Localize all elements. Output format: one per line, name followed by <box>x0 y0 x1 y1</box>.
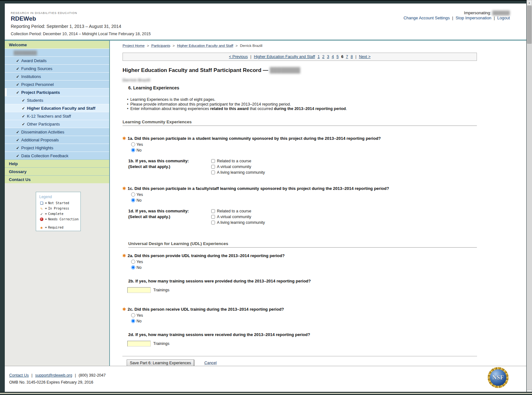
checkbox-input[interactable] <box>211 215 215 219</box>
sidebar-item-glossary[interactable]: Glossary <box>5 167 109 175</box>
page-link-4[interactable]: 4 <box>332 55 334 59</box>
sidebar-item-welcome[interactable]: Welcome <box>5 41 109 49</box>
question-text: 2a. Did this person provide UDL training… <box>128 253 285 258</box>
trainings-unit-label: Trainings <box>153 288 169 292</box>
radio-2a-yes[interactable]: Yes <box>131 259 477 265</box>
radio-input-no[interactable] <box>131 319 135 323</box>
sidebar-item-project-highlights[interactable]: ✓Project Highlights <box>5 144 109 152</box>
radio-2c-yes[interactable]: Yes <box>131 313 477 318</box>
required-asterisk-icon: ✱ <box>123 186 126 191</box>
sidebar-item-students[interactable]: ✓Students <box>5 96 109 104</box>
radio-input-no[interactable] <box>131 198 135 202</box>
radio-1c-yes[interactable]: Yes <box>131 192 477 197</box>
section-header-udl: Universal Design for Learning (UDL) Expe… <box>128 241 477 246</box>
radio-input-yes[interactable] <box>131 142 135 146</box>
breadcrumb-separator: > <box>236 44 238 48</box>
radio-1a-yes[interactable]: Yes <box>131 142 477 147</box>
status-legend: Legend = Not Started ✎ = In Progress ✓ =… <box>36 192 81 231</box>
pagination-section-link[interactable]: Higher Education Faculty and Staff <box>254 55 315 59</box>
sidebar-item-label: Help <box>9 161 18 166</box>
sidebar-item-dissemination-activities[interactable]: ✓Dissemination Activities <box>5 128 109 136</box>
page-header: RESEARCH IN DISABILITIES EDUCATION RDEWe… <box>5 3 526 40</box>
checkbox-1d-course[interactable]: Related to a course <box>211 208 265 214</box>
checkbox-input[interactable] <box>211 221 215 224</box>
radio-label: No <box>136 319 142 323</box>
page-footer: Contact Us | support@rdeweb.org | (800) … <box>5 366 526 392</box>
scrollbar-thumb[interactable] <box>527 6 532 44</box>
radio-1c-no[interactable]: No <box>131 197 477 203</box>
scroll-up-button[interactable]: ▲ <box>527 0 532 5</box>
footer-contact-us-link[interactable]: Contact Us <box>9 373 29 378</box>
legend-row-required: ✱ = Required <box>39 225 80 230</box>
question-hint: (Select all that apply.) <box>128 164 211 170</box>
breadcrumb-project-home[interactable]: Project Home <box>123 44 145 48</box>
sidebar-item-institutions[interactable]: ✓Institutions <box>5 72 109 80</box>
question-1a: ✱1a. Did this person participate in a st… <box>123 136 477 141</box>
page-link-2[interactable]: 2 <box>322 55 325 59</box>
equals-sign: = <box>44 212 48 216</box>
previous-page-link[interactable]: < Previous <box>229 55 248 59</box>
complete-check-icon: ✓ <box>22 106 25 111</box>
checkbox-input[interactable] <box>211 159 215 163</box>
sidebar-item-additional-proposals[interactable]: ✓Additional Proposals <box>5 136 109 144</box>
question-1c: ✱1c. Did this person participate in a fa… <box>123 186 477 191</box>
radio-1a-no[interactable]: No <box>131 147 477 153</box>
radio-2c-no[interactable]: No <box>131 318 477 324</box>
radio-input-yes[interactable] <box>131 192 135 197</box>
sidebar-item-higher-education-faculty-and-staff[interactable]: ✓Higher Education Faculty and Staff <box>5 104 109 112</box>
breadcrumb-participants[interactable]: Participants <box>151 44 170 48</box>
trainings-received-input[interactable] <box>127 341 151 346</box>
checkbox-1b-course[interactable]: Related to a course <box>211 158 265 164</box>
checkbox-1d-virtual[interactable]: A virtual community <box>211 214 265 220</box>
vertical-scrollbar[interactable]: ▲ ▼ <box>527 0 532 395</box>
checkbox-label: Related to a course <box>217 159 251 163</box>
impersonating-label: Impersonating: <box>464 10 491 15</box>
change-account-settings-link[interactable]: Change Account Settings <box>403 16 450 20</box>
sidebar-item-data-collection-feedback[interactable]: ✓Data Collection Feedback <box>5 152 109 159</box>
window-bottom-strip <box>0 393 532 394</box>
sidebar-item-label: Students <box>27 98 43 103</box>
sidebar-item-project-participants[interactable]: ✓Project Participants <box>5 88 109 96</box>
sidebar-item-other-participants[interactable]: ✓Other Participants <box>5 120 109 128</box>
checkbox-input[interactable] <box>211 165 215 169</box>
breadcrumb-section[interactable]: Higher Education Faculty and Staff <box>177 44 233 48</box>
radio-2a-no[interactable]: No <box>131 265 477 270</box>
sidebar-item-contact-us[interactable]: Contact Us <box>5 175 109 183</box>
radio-input-no[interactable] <box>131 265 135 269</box>
page-link-1[interactable]: 1 <box>318 55 320 59</box>
instruction-text: that occurred <box>249 107 274 111</box>
page-link-5[interactable]: 5 <box>336 55 339 59</box>
checkbox-1b-living[interactable]: A living learning community <box>211 170 265 175</box>
sidebar-item-help[interactable]: Help <box>5 159 109 167</box>
checkbox-1b-virtual[interactable]: A virtual community <box>211 164 265 170</box>
sidebar-item-project-personnel[interactable]: ✓Project Personnel <box>5 80 109 88</box>
sidebar-item-k12-teachers-and-staff[interactable]: ✓K-12 Teachers and Staff <box>5 112 109 120</box>
next-page-link[interactable]: Next > <box>359 55 370 59</box>
page-link-7[interactable]: 7 <box>346 55 348 59</box>
legend-row-in-progress: ✎ = In Progress <box>39 206 80 211</box>
page-link-8[interactable]: 8 <box>351 55 353 59</box>
sidebar-item-funding-sources[interactable]: ✓Funding Sources <box>5 64 109 72</box>
sidebar-item-award-details[interactable]: ✓Award Details <box>5 56 109 64</box>
radio-input-yes[interactable] <box>131 260 135 264</box>
impersonating-line: Impersonating: ██████ <box>464 10 510 15</box>
trainings-provided-input[interactable] <box>127 287 151 293</box>
question-2b: 2b. If yes, how many training sessions w… <box>128 279 477 283</box>
legend-row-needs-correction: ✗ = Needs Correction <box>39 217 80 222</box>
stop-impersonation-link[interactable]: Stop Impersonation <box>456 16 491 20</box>
cancel-link[interactable]: Cancel <box>204 361 217 365</box>
pencil-icon: ✎ <box>39 206 44 211</box>
sidebar-award-number[interactable]: ████████ <box>5 49 109 56</box>
footer-contact-line: Contact Us | support@rdeweb.org | (800) … <box>9 373 106 378</box>
radio-input-yes[interactable] <box>131 313 135 317</box>
save-part-6-button[interactable]: Save Part 6: Learning Experiences <box>127 359 194 366</box>
page-link-3[interactable]: 3 <box>327 55 329 59</box>
footer-email-link[interactable]: support@rdeweb.org <box>35 373 72 378</box>
breadcrumb-separator: > <box>147 44 149 48</box>
logout-link[interactable]: Logout <box>497 16 510 20</box>
radio-input-no[interactable] <box>131 148 135 152</box>
checkbox-1d-living[interactable]: A living learning community <box>211 220 265 225</box>
checkbox-input[interactable] <box>211 209 215 213</box>
required-asterisk-icon: ✱ <box>123 253 126 258</box>
checkbox-input[interactable] <box>211 171 215 174</box>
